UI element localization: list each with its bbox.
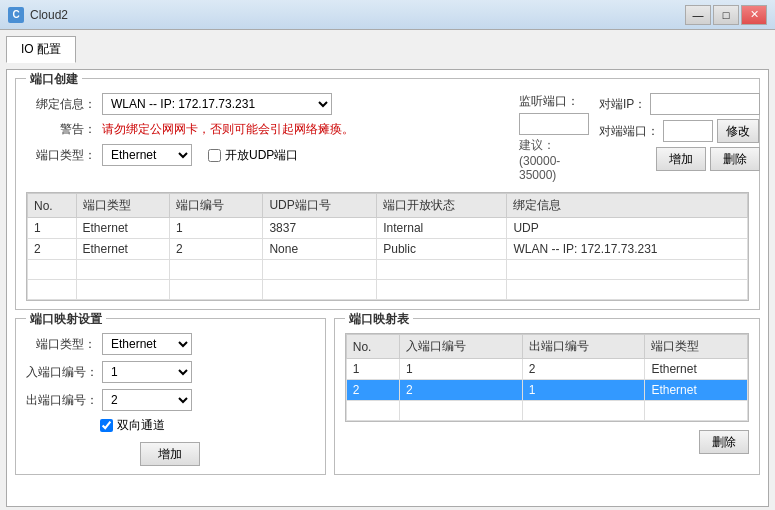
map-delete-button[interactable]: 删除 (699, 430, 749, 454)
title-bar: C Cloud2 — □ ✕ (0, 0, 775, 30)
map-cell-type: Ethernet (645, 380, 748, 401)
binding-label: 绑定信息： (26, 96, 96, 113)
udp-checkbox[interactable] (208, 149, 221, 162)
map-port-type-label: 端口类型： (26, 336, 96, 353)
map-col-out: 出端口编号 (522, 335, 645, 359)
col-port-type: 端口类型 (76, 194, 169, 218)
bidirectional-label: 双向通道 (117, 417, 165, 434)
close-button[interactable]: ✕ (741, 5, 767, 25)
map-add-button[interactable]: 增加 (140, 442, 200, 466)
port-creation-section: 端口创建 绑定信息： WLAN -- IP: 172.17.73.231 警告： (15, 78, 760, 310)
window-title: Cloud2 (30, 8, 68, 22)
port-type-label: 端口类型： (26, 147, 96, 164)
bottom-sections: 端口映射设置 端口类型： Ethernet UDP 入端口编号： 1 2 (15, 318, 760, 483)
binding-select[interactable]: WLAN -- IP: 172.17.73.231 (102, 93, 332, 115)
cell-no: 2 (28, 239, 77, 260)
out-port-row: 出端口编号： 1 2 (26, 389, 315, 411)
title-controls: — □ ✕ (685, 5, 767, 25)
port-table-container: No. 端口类型 端口编号 UDP端口号 端口开放状态 绑定信息 1 Ether… (26, 192, 749, 301)
cell-no: 1 (28, 218, 77, 239)
maximize-button[interactable]: □ (713, 5, 739, 25)
port-creation-title: 端口创建 (26, 71, 82, 88)
bidirectional-checkbox[interactable] (100, 419, 113, 432)
binding-row: 绑定信息： WLAN -- IP: 172.17.73.231 (26, 93, 509, 115)
cell-port-no: 2 (169, 239, 262, 260)
tab-io-config[interactable]: IO 配置 (6, 36, 76, 63)
peer-ip-input[interactable]: 0 . 0 . 0 . 0 (650, 93, 760, 115)
peer-port-label: 对端端口： (599, 123, 659, 140)
udp-label: 开放UDP端口 (225, 147, 298, 164)
cell-binding: WLAN -- IP: 172.17.73.231 (507, 239, 748, 260)
cell-type: Ethernet (76, 239, 169, 260)
tab-bar: IO 配置 (6, 36, 769, 63)
port-mapping-settings-section: 端口映射设置 端口类型： Ethernet UDP 入端口编号： 1 2 (15, 318, 326, 475)
map-port-type-row: 端口类型： Ethernet UDP (26, 333, 315, 355)
map-col-in: 入端口编号 (400, 335, 523, 359)
out-port-select[interactable]: 1 2 (102, 389, 192, 411)
port-table: No. 端口类型 端口编号 UDP端口号 端口开放状态 绑定信息 1 Ether… (27, 193, 748, 300)
map-port-type-select[interactable]: Ethernet UDP (102, 333, 192, 355)
mapping-table-row[interactable]: 1 1 2 Ethernet (346, 359, 747, 380)
peer-ip-row: 对端IP： 0 . 0 . 0 . 0 (599, 93, 760, 115)
cell-binding: UDP (507, 218, 748, 239)
warning-text: 请勿绑定公网网卡，否则可能会引起网络瘫痪。 (102, 121, 354, 138)
peer-port-input[interactable]: 0 (663, 120, 713, 142)
col-udp-port: UDP端口号 (263, 194, 377, 218)
table-row[interactable]: 2 Ethernet 2 None Public WLAN -- IP: 172… (28, 239, 748, 260)
out-port-label: 出端口编号： (26, 392, 96, 409)
map-cell-in: 1 (400, 359, 523, 380)
warning-label: 警告： (26, 121, 96, 138)
in-port-label: 入端口编号： (26, 364, 96, 381)
map-col-no: No. (346, 335, 399, 359)
col-no: No. (28, 194, 77, 218)
bidirectional-row: 双向通道 (100, 417, 315, 434)
cell-status: Public (377, 239, 507, 260)
port-mapping-table-title: 端口映射表 (345, 311, 413, 328)
minimize-button[interactable]: — (685, 5, 711, 25)
port-type-select[interactable]: Ethernet UDP (102, 144, 192, 166)
col-port-no: 端口编号 (169, 194, 262, 218)
cell-port-no: 1 (169, 218, 262, 239)
mapping-table-container: No. 入端口编号 出端口编号 端口类型 1 1 2 Ether (345, 333, 749, 422)
monitor-port-label: 监听端口： (519, 93, 579, 110)
add-port-button[interactable]: 增加 (656, 147, 706, 171)
map-add-row: 增加 (26, 442, 315, 466)
app-icon: C (8, 7, 24, 23)
col-status: 端口开放状态 (377, 194, 507, 218)
cell-udp: None (263, 239, 377, 260)
peer-ip-label: 对端IP： (599, 96, 646, 113)
map-cell-out: 2 (522, 359, 645, 380)
map-cell-in: 2 (400, 380, 523, 401)
add-delete-row: 增加 删除 (599, 147, 760, 171)
table-row-empty (28, 260, 748, 280)
peer-port-row: 对端端口： 0 修改 (599, 119, 760, 143)
port-mapping-settings-title: 端口映射设置 (26, 311, 106, 328)
map-cell-no: 1 (346, 359, 399, 380)
port-type-row: 端口类型： Ethernet UDP 开放UDP端口 (26, 144, 509, 166)
warning-row: 警告： 请勿绑定公网网卡，否则可能会引起网络瘫痪。 (26, 121, 509, 138)
modify-button[interactable]: 修改 (717, 119, 759, 143)
suggest-label: 建议： (30000-35000) (519, 137, 589, 182)
mapping-table-row-selected[interactable]: 2 2 1 Ethernet (346, 380, 747, 401)
map-cell-type: Ethernet (645, 359, 748, 380)
map-col-type: 端口类型 (645, 335, 748, 359)
map-cell-no: 2 (346, 380, 399, 401)
map-cell-out: 1 (522, 380, 645, 401)
table-row-empty (28, 280, 748, 300)
mapping-table: No. 入端口编号 出端口编号 端口类型 1 1 2 Ether (346, 334, 748, 421)
mapping-table-row-empty (346, 401, 747, 421)
title-bar-left: C Cloud2 (8, 7, 68, 23)
port-mapping-table-section: 端口映射表 No. 入端口编号 出端口编号 端口类型 (334, 318, 760, 475)
monitor-section: 监听端口： 30000 建议： (30000-35000) 对端IP： (519, 93, 749, 182)
in-port-select[interactable]: 1 2 (102, 361, 192, 383)
cell-status: Internal (377, 218, 507, 239)
udp-checkbox-label[interactable]: 开放UDP端口 (208, 147, 298, 164)
in-port-row: 入端口编号： 1 2 (26, 361, 315, 383)
col-binding: 绑定信息 (507, 194, 748, 218)
delete-port-button[interactable]: 删除 (710, 147, 760, 171)
cell-type: Ethernet (76, 218, 169, 239)
cell-udp: 3837 (263, 218, 377, 239)
table-row[interactable]: 1 Ethernet 1 3837 Internal UDP (28, 218, 748, 239)
map-delete-row: 删除 (345, 430, 749, 454)
monitor-port-input[interactable]: 30000 (519, 113, 589, 135)
